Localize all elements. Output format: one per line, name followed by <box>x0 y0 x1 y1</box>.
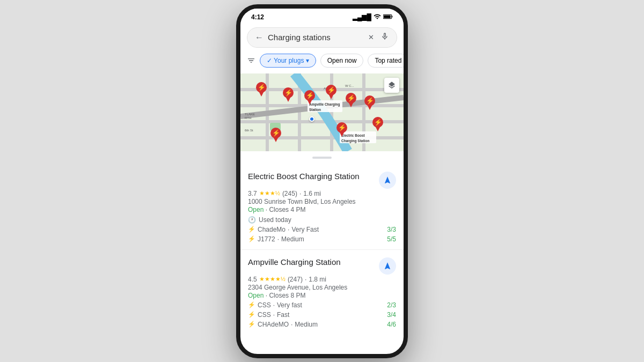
results-container: Electric Boost Charging Station 3.7 ★★★½… <box>240 164 404 333</box>
map-container[interactable]: TLAKE RTH 6th St Alpin W C... Dewy rd Am… <box>240 73 404 151</box>
status-icons: ▂▄▆█ <box>353 13 393 22</box>
svg-text:⚡: ⚡ <box>258 83 266 91</box>
station-2-closes: Closes 8 PM <box>269 292 305 299</box>
station-1-stars: ★★★½ <box>259 190 280 197</box>
station-2-charger-2: ⚡ CSS · Fast 3/4 <box>248 311 396 319</box>
signal-icon: ▂▄▆█ <box>353 13 371 21</box>
svg-rect-1 <box>392 16 393 17</box>
used-today-label: Used today <box>259 216 291 224</box>
svg-text:Charging Station: Charging Station <box>341 139 369 143</box>
svg-text:RTH: RTH <box>245 116 251 120</box>
map-pin-bottom-right[interactable]: ⚡ <box>372 116 384 134</box>
map-pin-1[interactable]: ⚡ <box>255 82 267 99</box>
used-today-row: 🕐 Used today <box>248 216 396 224</box>
drag-handle[interactable] <box>312 157 332 159</box>
station-2-status: Open · Closes 8 PM <box>248 292 396 299</box>
map-pin-ampville[interactable]: ⚡ <box>304 90 316 107</box>
station-1-distance-dot: · <box>299 190 301 197</box>
station-2-open: Open <box>248 292 264 299</box>
svg-marker-45 <box>339 131 345 137</box>
filter-row: ✓ Your plugs ▾ Open now Top rated <box>240 52 404 73</box>
station-1-status: Open · Closes 4 PM <box>248 206 396 213</box>
search-bar[interactable]: ← Charging stations ✕ <box>247 27 397 48</box>
svg-text:⚡: ⚡ <box>272 129 280 137</box>
station-2-nav-btn[interactable] <box>379 257 396 275</box>
station-2-rating: 4.5 <box>248 276 257 283</box>
clear-icon[interactable]: ✕ <box>368 33 374 41</box>
station-1-rating: 3.7 <box>248 190 257 197</box>
s2-charger-1-avail: 2/3 <box>387 301 396 309</box>
svg-text:W C...: W C... <box>345 84 354 87</box>
s2-charger-2-avail: 3/4 <box>387 311 396 319</box>
station-1-rating-row: 3.7 ★★★½ (245) · 1.6 mi <box>248 190 396 197</box>
map-pin-4[interactable]: ⚡ <box>325 84 337 101</box>
s2-charger-1-type: CSS <box>258 301 271 309</box>
svg-marker-39 <box>348 102 354 107</box>
search-input[interactable]: Charging stations <box>268 33 364 42</box>
svg-marker-51 <box>375 126 380 131</box>
svg-text:⚡: ⚡ <box>327 86 335 94</box>
charger-1-speed: Very Fast <box>291 226 319 233</box>
search-bar-container: ← Charging stations ✕ <box>240 24 404 52</box>
svg-marker-42 <box>367 105 372 110</box>
station-1-charger-2: ⚡ J1772 · Medium 5/5 <box>248 235 396 243</box>
charger-2-speed: Medium <box>281 235 304 243</box>
svg-text:⚡: ⚡ <box>284 88 292 97</box>
svg-text:⚡: ⚡ <box>306 91 314 99</box>
svg-text:TLAKE: TLAKE <box>245 113 255 116</box>
back-icon[interactable]: ← <box>255 33 264 42</box>
station-2-distance-dot: · <box>305 276 306 283</box>
station-1-name[interactable]: Electric Boost Charging Station <box>248 172 375 181</box>
svg-marker-36 <box>328 94 334 99</box>
bolt-icon-2: ⚡ <box>248 235 255 242</box>
station-2-charger-1: ⚡ CSS · Very fast 2/3 <box>248 301 396 309</box>
mic-icon[interactable] <box>380 32 389 43</box>
svg-text:⚡: ⚡ <box>338 123 346 131</box>
charger-1-availability: 3/3 <box>387 226 396 233</box>
svg-marker-30 <box>286 97 291 102</box>
svg-marker-48 <box>273 137 279 142</box>
chip-top-rated[interactable]: Top rated <box>368 54 408 68</box>
filter-icon-btn[interactable] <box>247 52 255 69</box>
station-1-header: Electric Boost Charging Station <box>248 172 396 189</box>
chip-your-plugs[interactable]: ✓ Your plugs ▾ <box>260 54 316 68</box>
bolt-icon-4: ⚡ <box>248 311 255 318</box>
s2-charger-2-speed: Fast <box>277 311 289 319</box>
map-pin-2[interactable]: ⚡ <box>282 87 294 104</box>
svg-text:⚡: ⚡ <box>374 118 382 126</box>
map-background: TLAKE RTH 6th St Alpin W C... Dewy rd Am… <box>240 73 404 151</box>
station-2-name[interactable]: Ampville Charging Station <box>248 257 375 267</box>
svg-text:⚡: ⚡ <box>347 94 355 102</box>
map-layers-button[interactable] <box>384 78 399 93</box>
station-1-charger-1: ⚡ ChadeMo · Very Fast 3/3 <box>248 226 396 233</box>
map-pin-6[interactable]: ⚡ <box>364 95 376 112</box>
s2-charger-3-avail: 4/6 <box>387 321 396 328</box>
map-pin-5[interactable]: ⚡ <box>345 92 357 109</box>
bolt-icon-5: ⚡ <box>248 321 255 328</box>
svg-text:⚡: ⚡ <box>366 97 374 105</box>
map-pin-bottom-left[interactable]: ⚡ <box>270 127 282 144</box>
map-pin-electric-boost[interactable]: ⚡ <box>336 122 348 139</box>
svg-text:Station: Station <box>309 108 321 112</box>
clock-icon: 🕐 <box>248 216 256 224</box>
wifi-icon <box>374 13 381 22</box>
s2-charger-3-speed: Medium <box>295 321 318 328</box>
bolt-icon-3: ⚡ <box>248 301 255 308</box>
station-card-2: Ampville Charging Station 4.5 ★★★★½ (247… <box>240 250 404 333</box>
charger-2-type: J1772 <box>258 235 275 243</box>
station-1-nav-btn[interactable] <box>379 172 396 189</box>
chip-open-now[interactable]: Open now <box>320 54 364 68</box>
battery-icon <box>383 13 393 21</box>
station-2-reviews: (247) <box>288 276 303 283</box>
station-1-distance: 1.6 mi <box>303 190 321 197</box>
station-2-rating-row: 4.5 ★★★★½ (247) · 1.8 mi <box>248 276 396 283</box>
charger-2-availability: 5/5 <box>387 235 396 243</box>
station-1-closes: Closes 4 PM <box>269 206 305 213</box>
station-card-1: Electric Boost Charging Station 3.7 ★★★½… <box>240 164 404 250</box>
station-2-address: 2304 George Avenue, Los Angeles <box>248 284 396 291</box>
s2-charger-1-speed: Very fast <box>277 301 302 309</box>
status-bar: 4:12 ▂▄▆█ <box>240 9 404 24</box>
station-1-open: Open <box>248 206 264 213</box>
svg-marker-27 <box>259 91 264 97</box>
bolt-icon-1: ⚡ <box>248 226 255 233</box>
